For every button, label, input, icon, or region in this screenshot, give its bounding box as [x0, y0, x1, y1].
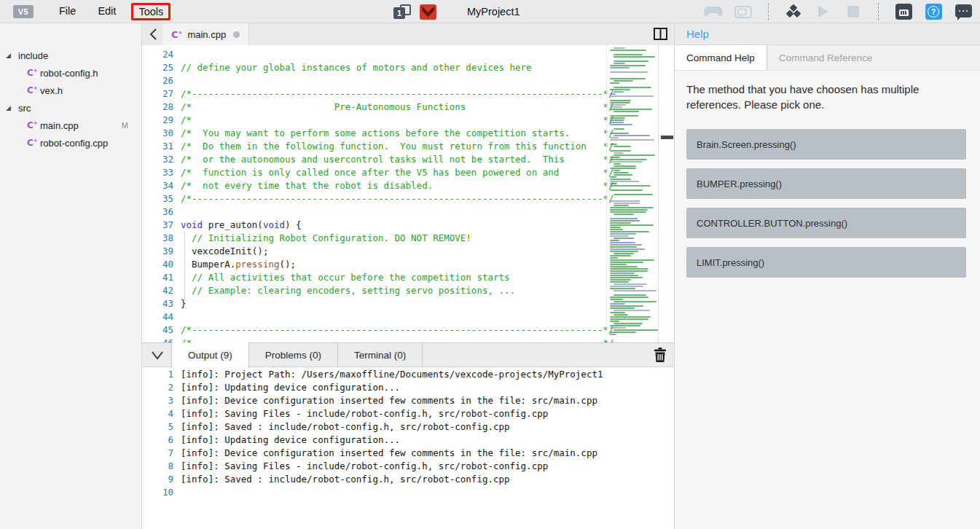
line-number: 3	[142, 394, 173, 407]
code-line: 27/*------------------------------------…	[142, 87, 674, 101]
vex-v5-logo: V5	[13, 5, 34, 18]
expand-triangle-icon[interactable]: ◢	[6, 52, 11, 59]
output-line: 6[info]: Updating device configuration..…	[142, 434, 674, 447]
file-label: vex.h	[40, 85, 63, 96]
line-number: 39	[142, 245, 173, 258]
help-panel-title: Help	[686, 28, 709, 40]
trash-icon[interactable]	[654, 348, 667, 365]
code-text	[173, 74, 181, 87]
line-number: 10	[142, 486, 173, 499]
log-text: [info]: Saved : include/robot-config.h, …	[173, 473, 510, 486]
tab-main-cpp[interactable]: C+ main.cpp	[162, 23, 249, 45]
code-text: /*--------------------------------------…	[173, 192, 614, 205]
file-label: main.cpp	[40, 120, 79, 131]
slot-icon[interactable]: 1	[393, 4, 411, 20]
device-info-icon[interactable]	[894, 2, 913, 21]
console-tab-terminal[interactable]: Terminal (0)	[338, 342, 423, 367]
output-line: 9[info]: Saved : include/robot-config.h,…	[142, 473, 674, 486]
file-explorer: ◢includeC+robot-config.hC+vex.h◢srcC+mai…	[0, 23, 142, 529]
console-tab-problems[interactable]: Problems (0)	[249, 342, 338, 367]
expand-triangle-icon[interactable]: ◢	[6, 104, 11, 111]
console-tab-output[interactable]: Output (9)	[171, 342, 249, 368]
code-text: /* Do them in the following function. Yo…	[173, 140, 614, 153]
collapse-chevron-icon[interactable]	[149, 347, 165, 363]
log-text: [info]: Device configuration inserted fe…	[173, 447, 597, 460]
cpp-file-icon: C+	[27, 68, 38, 78]
tree-file-main-cpp[interactable]: C+main.cppM	[0, 117, 141, 134]
code-text: /*--------------------------------------…	[173, 324, 614, 337]
code-line: 26	[142, 74, 674, 87]
code-text: // define your global instances of motor…	[173, 61, 532, 74]
play-icon[interactable]	[814, 2, 833, 21]
line-number: 2	[142, 381, 173, 394]
log-text: [info]: Updating device configuration...	[173, 434, 400, 447]
brain-status-icon[interactable]	[420, 4, 436, 20]
feedback-icon[interactable]	[954, 2, 973, 21]
line-number: 37	[142, 219, 173, 232]
editor-scrollbar-handle[interactable]	[661, 136, 673, 139]
output-line: 3[info]: Device configuration inserted f…	[142, 394, 674, 407]
code-line: 40 BumperA.pressing();	[142, 258, 674, 271]
help-option-brain[interactable]: Brain.Screen.pressing()	[686, 129, 966, 160]
code-line: 28/* Pre-Autonomous Functions */	[142, 101, 674, 114]
code-line: 30/* You may want to perform some action…	[142, 127, 674, 140]
cpp-file-icon: C+	[171, 29, 182, 40]
output-line: 7[info]: Device configuration inserted f…	[142, 447, 674, 460]
code-line: 31/* Do them in the following function. …	[142, 140, 674, 153]
line-number: 36	[142, 205, 173, 219]
line-number: 26	[142, 74, 173, 87]
log-text: [info]: Saving Files - include/robot-con…	[173, 460, 548, 473]
line-number: 46	[142, 337, 173, 342]
controller-icon[interactable]	[704, 2, 723, 21]
line-number: 9	[142, 473, 173, 486]
line-number: 1	[142, 368, 173, 381]
minimap[interactable]	[606, 45, 656, 340]
line-number: 27	[142, 87, 173, 101]
brain-screen-icon[interactable]	[734, 2, 753, 21]
code-line: 34/* not every time that the robot is di…	[142, 179, 674, 192]
line-number: 24	[142, 48, 173, 61]
download-icon[interactable]	[784, 2, 803, 21]
editor-tab-bar: C+ main.cpp	[142, 23, 674, 45]
output-console[interactable]: 1[info]: Project Path: /Users/maxoffline…	[142, 368, 674, 529]
code-text: /* You may want to perform some actions …	[173, 127, 614, 140]
line-number: 5	[142, 420, 173, 434]
help-option-limit[interactable]: LIMIT.pressing()	[686, 247, 966, 278]
line-number: 31	[142, 140, 173, 153]
code-line: 29/* */	[142, 114, 674, 127]
console-tab-bar: Output (9)Problems (0)Terminal (0)	[142, 342, 674, 367]
slot-number: 1	[393, 7, 405, 19]
menu-tools[interactable]: Tools	[131, 3, 170, 20]
project-title: MyProject1	[467, 6, 520, 17]
code-text: // Example: clearing encoders, setting s…	[173, 284, 515, 297]
menu-edit[interactable]: Edit	[91, 3, 122, 20]
help-icon[interactable]: ?	[924, 2, 943, 21]
cpp-file-icon: C+	[27, 85, 38, 95]
tree-folder-src[interactable]: ◢src	[0, 99, 141, 117]
tree-file-robot-config-cpp[interactable]: C+robot-config.cpp	[0, 134, 141, 152]
tab-command-help[interactable]: Command Help	[675, 45, 767, 70]
tree-file-vex-h[interactable]: C+vex.h	[0, 82, 141, 99]
tab-command-reference[interactable]: Command Reference	[767, 45, 884, 70]
code-text	[173, 205, 181, 219]
stop-icon[interactable]	[844, 2, 863, 21]
code-editor[interactable]: 2425// define your global instances of m…	[142, 45, 674, 342]
toolbar-separator	[878, 3, 879, 20]
code-text: // Initializing Robot Configuration. DO …	[173, 232, 471, 245]
modified-badge: M	[122, 121, 128, 130]
line-number: 25	[142, 61, 173, 74]
line-number: 44	[142, 310, 173, 324]
help-option-controller[interactable]: CONTROLLER.BUTTON.pressing()	[686, 208, 966, 238]
log-text: [info]: Device configuration inserted fe…	[173, 394, 597, 407]
help-option-bumper[interactable]: BUMPER.pressing()	[686, 168, 966, 199]
line-number: 4	[142, 407, 173, 420]
menu-file[interactable]: File	[52, 3, 82, 20]
code-text: /* not every time that the robot is disa…	[173, 179, 614, 192]
tree-folder-include[interactable]: ◢include	[0, 47, 141, 64]
split-editor-icon[interactable]	[654, 28, 668, 41]
code-line: 46/* */	[142, 337, 674, 342]
back-chevron-icon[interactable]	[146, 27, 160, 42]
tree-file-robot-config-h[interactable]: C+robot-config.h	[0, 64, 141, 82]
line-number: 29	[142, 114, 173, 127]
code-text: /* Pre-Autonomous Functions */	[173, 101, 614, 114]
